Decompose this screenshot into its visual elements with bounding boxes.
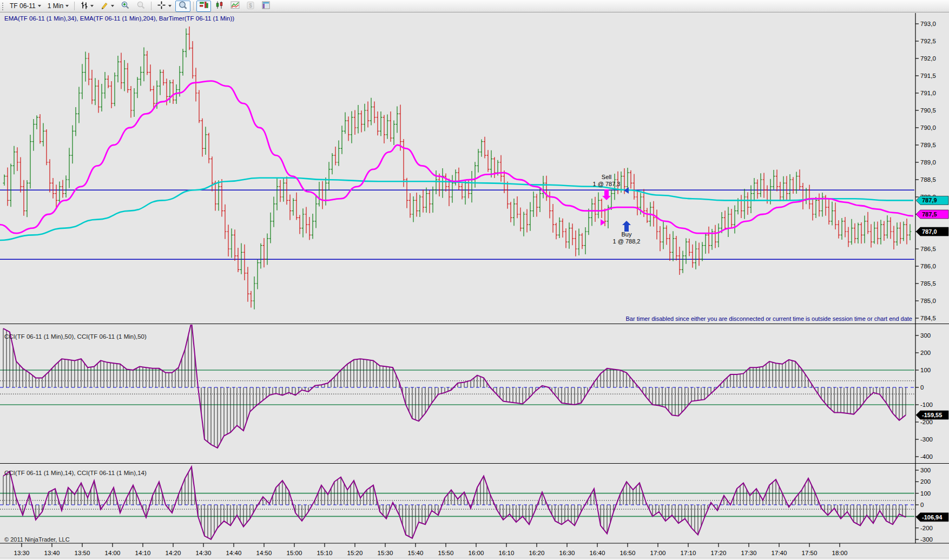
ohlc-bar[interactable]	[201, 118, 204, 157]
ohlc-bar[interactable]	[633, 174, 636, 200]
ohlc-bar[interactable]	[91, 70, 94, 104]
ohlc-bar[interactable]	[16, 147, 19, 171]
ohlc-bar[interactable]	[812, 199, 814, 221]
ohlc-bar[interactable]	[575, 230, 577, 256]
ohlc-bar[interactable]	[724, 210, 727, 230]
ohlc-bar[interactable]	[659, 226, 662, 251]
ohlc-bar[interactable]	[844, 217, 847, 237]
ohlc-bar[interactable]	[279, 180, 282, 202]
ohlc-bar[interactable]	[448, 179, 451, 206]
ohlc-bar[interactable]	[779, 182, 782, 201]
cursor-mode-button[interactable]	[154, 1, 174, 12]
ohlc-bar[interactable]	[412, 196, 415, 222]
ohlc-bar[interactable]	[808, 185, 811, 209]
ohlc-bar[interactable]	[630, 170, 632, 189]
ohlc-bar[interactable]	[747, 192, 749, 215]
ohlc-bar[interactable]	[441, 168, 444, 198]
ohlc-bar[interactable]	[860, 222, 863, 243]
ohlc-bar[interactable]	[750, 186, 753, 214]
ohlc-bar[interactable]	[831, 202, 834, 226]
ohlc-bar[interactable]	[416, 193, 418, 216]
cci50-line[interactable]	[3, 321, 906, 448]
ohlc-bar[interactable]	[513, 199, 516, 226]
ohlc-bar[interactable]	[815, 197, 818, 218]
ohlc-bar[interactable]	[870, 224, 873, 247]
ohlc-bar[interactable]	[510, 202, 512, 222]
ohlc-bar[interactable]	[305, 207, 308, 233]
ohlc-bar[interactable]	[221, 179, 223, 217]
ohlc-bar[interactable]	[555, 223, 558, 240]
ohlc-bar[interactable]	[32, 119, 35, 151]
ohlc-bar[interactable]	[36, 115, 38, 129]
ohlc-bar[interactable]	[847, 227, 850, 247]
ohlc-bar[interactable]	[743, 189, 746, 219]
ohlc-bar[interactable]	[665, 226, 668, 245]
ohlc-bar[interactable]	[13, 146, 16, 175]
chart-area[interactable]: 793,0792,5792,0791,5791,0790,5790,0789,5…	[0, 0, 949, 560]
ohlc-bar[interactable]	[409, 193, 412, 218]
ohlc-bar[interactable]	[110, 81, 113, 108]
ohlc-bar[interactable]	[364, 104, 366, 131]
ohlc-bar[interactable]	[695, 241, 697, 269]
ohlc-bar[interactable]	[578, 229, 581, 255]
ohlc-bar[interactable]	[588, 209, 590, 235]
ohlc-bar[interactable]	[422, 190, 425, 213]
toolbar-grip-handle[interactable]	[2, 2, 4, 10]
ohlc-bar[interactable]	[597, 193, 600, 219]
ohlc-bar[interactable]	[795, 172, 798, 194]
ohlc-bar[interactable]	[818, 194, 821, 217]
ohlc-bar[interactable]	[3, 174, 6, 186]
ohlc-bar[interactable]	[685, 238, 688, 264]
ohlc-bar[interactable]	[292, 198, 295, 215]
region-highlight-button[interactable]	[175, 1, 190, 12]
ohlc-bar[interactable]	[653, 201, 655, 227]
ohlc-bar[interactable]	[328, 162, 331, 190]
ohlc-bar[interactable]	[864, 215, 866, 243]
ohlc-bar[interactable]	[519, 207, 522, 231]
ohlc-bar[interactable]	[331, 153, 334, 174]
ohlc-bar[interactable]	[792, 177, 795, 194]
ohlc-bar[interactable]	[234, 229, 236, 261]
ohlc-bar[interactable]	[45, 129, 48, 165]
zoom-out-button[interactable]	[134, 1, 148, 12]
ohlc-bar[interactable]	[601, 199, 603, 218]
ohlc-bar[interactable]	[568, 222, 571, 248]
ohlc-bar[interactable]	[282, 177, 285, 202]
ohlc-bar[interactable]	[529, 202, 532, 230]
ohlc-bar[interactable]	[62, 180, 64, 198]
ohlc-bar[interactable]	[75, 107, 77, 136]
ohlc-bar[interactable]	[377, 111, 379, 135]
ohlc-bar[interactable]	[854, 223, 856, 243]
ohlc-bar[interactable]	[19, 157, 22, 192]
ohlc-bar[interactable]	[107, 75, 110, 88]
ohlc-bar[interactable]	[763, 173, 766, 198]
ohlc-bar[interactable]	[841, 218, 843, 240]
ohlc-bar[interactable]	[458, 168, 460, 190]
ohlc-bar[interactable]	[545, 176, 548, 201]
ohlc-bar[interactable]	[269, 213, 272, 243]
ohlc-bar[interactable]	[393, 121, 396, 145]
ema204-line[interactable]	[0, 178, 913, 240]
ohlc-bar[interactable]	[477, 149, 480, 172]
ohlc-bar[interactable]	[198, 90, 201, 123]
buy-execution-marker[interactable]: Buy 1 @ 788,2	[613, 187, 641, 245]
ohlc-bar[interactable]	[360, 110, 363, 132]
ohlc-bar[interactable]	[185, 29, 188, 57]
ohlc-bar[interactable]	[691, 245, 694, 268]
ohlc-bar[interactable]	[162, 70, 165, 85]
ohlc-bar[interactable]	[192, 41, 194, 78]
ohlc-bar[interactable]	[802, 183, 805, 209]
ohlc-bar[interactable]	[123, 60, 126, 91]
ohlc-bar[interactable]	[873, 222, 876, 244]
ohlc-bar[interactable]	[354, 110, 357, 135]
ohlc-bar[interactable]	[334, 147, 337, 165]
ohlc-bar[interactable]	[425, 187, 428, 213]
ohlc-bar[interactable]	[276, 178, 279, 210]
ohlc-bar[interactable]	[432, 187, 434, 213]
ohlc-bar[interactable]	[516, 196, 519, 218]
ohlc-bar[interactable]	[896, 222, 899, 246]
ohlc-bar[interactable]	[549, 192, 551, 219]
ohlc-bar[interactable]	[594, 197, 597, 222]
ohlc-bar[interactable]	[571, 223, 574, 245]
ohlc-bar[interactable]	[260, 243, 262, 269]
